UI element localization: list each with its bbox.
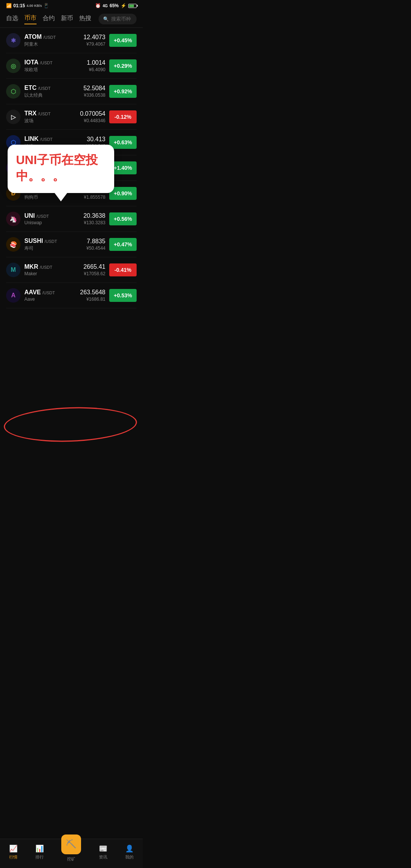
search-placeholder: 搜索币种 [111, 16, 131, 22]
sim-icon: 📱 [43, 3, 49, 8]
coin-icon-uni: 🦄 [6, 212, 21, 226]
tab-zixuan[interactable]: 自选 [6, 14, 18, 24]
coin-name-cn: Uniswap [24, 220, 83, 225]
bubble-text: UNI子币在空投中。。。 [16, 152, 106, 184]
coin-prices: 20.3638 ¥130.3283 [83, 212, 105, 225]
coin-icon-trx: ▷ [6, 110, 21, 124]
coin-price-cny: ¥50.4544 [86, 246, 105, 251]
change-badge: +0.63% [109, 136, 137, 149]
tab-resou[interactable]: 热搜 [79, 14, 91, 24]
search-icon: 🔍 [103, 16, 109, 22]
coin-prices: 12.4073 ¥79.4067 [83, 34, 105, 47]
change-badge: +0.47% [109, 238, 137, 251]
coin-price: 0.070054 [80, 110, 105, 117]
coin-pair: /USDT [38, 86, 51, 91]
coin-price: 20.3638 [83, 212, 105, 219]
coin-row-mkr[interactable]: M MKR /USDT Maker 2665.41 ¥17058.62 -0.4… [6, 257, 137, 283]
coin-pair: /USDT [40, 61, 53, 65]
coin-row-iota[interactable]: ◎ IOTA /USDT 埃欧塔 1.0014 ¥6.4090 +0.29% [6, 53, 137, 79]
battery-pct: 65% [110, 3, 119, 8]
coin-pair: /USDT [43, 35, 56, 40]
coin-symbol: IOTA [24, 59, 38, 66]
coin-prices: 7.8835 ¥50.4544 [86, 238, 105, 251]
time: 01:15 [13, 3, 25, 8]
coin-symbol: ATOM [24, 34, 42, 40]
search-box[interactable]: 🔍 搜索币种 [99, 14, 137, 24]
status-left: 📶 01:15 4.00 KB/s 📱 [6, 3, 49, 8]
coin-symbol: SUSHI [24, 238, 43, 244]
coin-pair: /USDT [37, 214, 49, 219]
coin-icon-atom: ⚛ [6, 33, 21, 48]
signal-icon: 📶 [6, 3, 12, 8]
coin-info-uni: UNI /USDT Uniswap [24, 212, 83, 225]
coin-row-trx[interactable]: ▷ TRX /USDT 波场 0.070054 ¥0.448346 -0.12% [6, 104, 137, 130]
change-badge: -0.41% [109, 263, 137, 276]
coin-symbol: AAVE [24, 289, 41, 296]
coin-price-cny: ¥336.0538 [83, 93, 105, 98]
change-badge: +0.29% [109, 59, 137, 72]
coin-prices: 0.070054 ¥0.448346 [80, 110, 105, 123]
tab-heyue[interactable]: 合约 [43, 14, 55, 24]
coin-price: 263.5648 [80, 289, 105, 296]
lightning-icon: ⚡ [121, 3, 126, 8]
change-badge: +0.56% [109, 212, 137, 225]
coin-icon-etc: ⬡ [6, 84, 21, 99]
coin-price-cny: ¥0.448346 [80, 118, 105, 123]
change-badge: +0.53% [109, 289, 137, 302]
coin-row-atom[interactable]: ⚛ ATOM /USDT 阿童木 12.4073 ¥79.4067 +0.45% [6, 28, 137, 53]
coin-symbol: MKR [24, 263, 38, 270]
coin-info-atom: ATOM /USDT 阿童木 [24, 34, 83, 48]
coin-info-iota: IOTA /USDT 埃欧塔 [24, 59, 87, 73]
coin-info-aave: AAVE /USDT Aave [24, 289, 80, 302]
coin-symbol: UNI [24, 212, 35, 219]
tab-bishi[interactable]: 币市 [24, 14, 37, 24]
coin-icon-sushi: 🍣 [6, 237, 21, 252]
coin-prices: 263.5648 ¥1686.81 [80, 289, 105, 302]
coin-price: 30.413 [86, 136, 105, 143]
status-right: ⏰ 4G 65% ⚡ [95, 3, 137, 8]
coin-price-cny: ¥1.855578 [80, 195, 105, 200]
coin-row-etc[interactable]: ⬡ ETC /USDT 以太经典 52.5084 ¥336.0538 +0.92… [6, 79, 137, 104]
coin-name-cn: Aave [24, 297, 80, 302]
nav-tabs: 自选 币市 合约 新币 热搜 🔍 搜索币种 [0, 11, 143, 28]
coin-price-cny: ¥130.3283 [83, 220, 105, 225]
tab-xinbi[interactable]: 新币 [61, 14, 73, 24]
coin-price: 1.0014 [87, 59, 105, 66]
coin-name-cn: 狗狗币 [24, 194, 80, 201]
alarm-icon: ⏰ [95, 3, 101, 8]
coin-info-trx: TRX /USDT 波场 [24, 110, 80, 124]
status-bar: 📶 01:15 4.00 KB/s 📱 ⏰ 4G 65% ⚡ [0, 0, 143, 11]
coin-row-uni[interactable]: 🦄 UNI /USDT Uniswap 20.3638 ¥130.3283 +0… [6, 206, 137, 232]
coin-price-cny: ¥1686.81 [80, 297, 105, 302]
coin-symbol: TRX [24, 110, 37, 117]
coin-price: 7.8835 [86, 238, 105, 245]
coin-price-cny: ¥6.4090 [87, 67, 105, 72]
coin-name-cn: 以太经典 [24, 92, 83, 99]
coin-icon-iota: ◎ [6, 59, 21, 73]
coin-name-cn: 埃欧塔 [24, 67, 87, 73]
change-badge: +0.92% [109, 85, 137, 98]
coin-name-cn: 波场 [24, 118, 80, 124]
coin-price-cny: ¥17058.62 [83, 271, 105, 276]
coin-icon-aave: A [6, 288, 21, 303]
coin-row-aave[interactable]: A AAVE /USDT Aave 263.5648 ¥1686.81 +0.5… [6, 283, 137, 308]
coin-price: 2665.41 [83, 263, 105, 270]
coin-info-mkr: MKR /USDT Maker [24, 263, 83, 276]
coin-symbol: ETC [24, 85, 37, 91]
app-container: 📶 01:15 4.00 KB/s 📱 ⏰ 4G 65% ⚡ 自选 币市 合约 … [0, 0, 143, 339]
coin-pair: /USDT [45, 239, 57, 244]
coin-row-sushi[interactable]: 🍣 SUSHI /USDT 寿司 7.8835 ¥50.4544 +0.47% [6, 232, 137, 257]
coin-price-cny: ¥79.4067 [83, 41, 105, 47]
coin-name-cn: Maker [24, 271, 83, 276]
coin-icon-mkr: M [6, 263, 21, 277]
change-badge: -0.12% [109, 110, 137, 123]
coin-prices: 1.0014 ¥6.4090 [87, 59, 105, 72]
coin-price: 12.4073 [83, 34, 105, 41]
coin-symbol: LINK [24, 136, 38, 142]
coin-info-sushi: SUSHI /USDT 寿司 [24, 238, 86, 252]
coin-pair: /USDT [40, 265, 52, 270]
coin-pair: /USDT [42, 290, 55, 295]
network-type: 4G [103, 4, 108, 8]
coin-name-cn: 寿司 [24, 245, 86, 252]
coin-pair: /USDT [38, 112, 51, 116]
